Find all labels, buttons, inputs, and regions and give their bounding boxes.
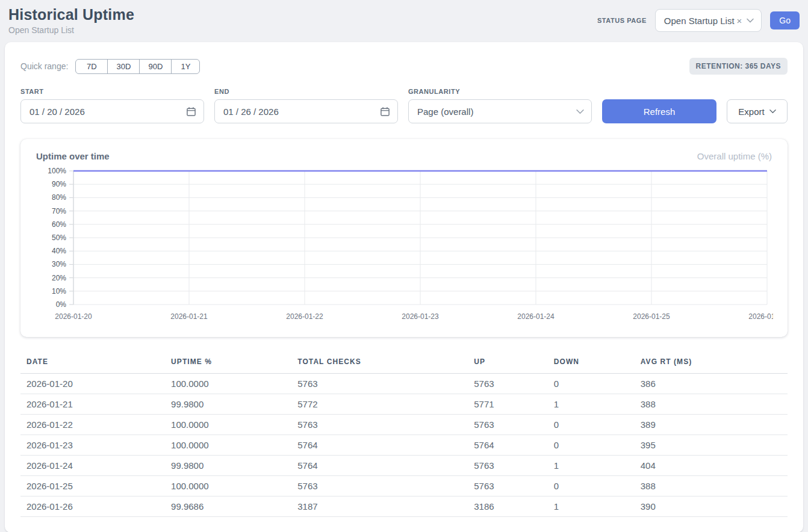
- start-date-input[interactable]: 01 / 20 / 2026: [20, 99, 204, 123]
- table-cell: 5764: [293, 456, 469, 476]
- table-cell: 2026-01-23: [20, 435, 166, 456]
- end-date-input[interactable]: 01 / 26 / 2026: [214, 99, 398, 123]
- granularity-select[interactable]: Page (overall): [408, 99, 592, 123]
- table-cell: 3187: [293, 496, 469, 517]
- table-header-date: DATE: [20, 354, 166, 374]
- table-cell: 2026-01-25: [20, 476, 166, 496]
- go-button[interactable]: Go: [770, 11, 800, 29]
- calendar-icon[interactable]: [380, 107, 390, 117]
- start-date-value: 01 / 20 / 2026: [30, 107, 85, 117]
- table-cell: 5763: [469, 456, 549, 476]
- table-cell: 5772: [293, 394, 469, 415]
- table-cell: 100.0000: [166, 476, 293, 496]
- table-cell: 2026-01-22: [20, 415, 166, 435]
- status-page-select[interactable]: Open Startup List ×: [655, 9, 762, 32]
- start-date-field: START 01 / 20 / 2026: [20, 88, 204, 123]
- table-cell: 5764: [293, 435, 469, 456]
- quick-range-30d[interactable]: 30D: [107, 59, 140, 74]
- chart-legend: Overall uptime (%): [697, 151, 772, 161]
- table-cell: 5763: [469, 476, 549, 496]
- table-row: 2026-01-2699.9686318731861390: [20, 496, 788, 517]
- table-cell: 100.0000: [166, 374, 293, 394]
- svg-text:2026-01-25: 2026-01-25: [633, 312, 670, 321]
- chart-svg: 100%90%80%70%60%50%40%30%20%10%0%2026-01…: [35, 167, 773, 326]
- calendar-icon[interactable]: [186, 107, 196, 117]
- svg-text:0%: 0%: [56, 300, 67, 309]
- table-cell: 0: [549, 476, 636, 496]
- filter-controls-row: START 01 / 20 / 2026 END 01 / 26 / 2026 …: [20, 88, 788, 123]
- table-row: 2026-01-23100.0000576457640395: [20, 435, 788, 456]
- table-cell: 1: [549, 456, 636, 476]
- main-panel: Quick range: 7D30D90D1Y RETENTION: 365 D…: [5, 42, 803, 532]
- export-button[interactable]: Export: [727, 99, 788, 123]
- table-cell: 395: [636, 435, 788, 456]
- quick-range-90d[interactable]: 90D: [139, 59, 172, 74]
- granularity-label: GRANULARITY: [408, 88, 592, 95]
- chart-title: Uptime over time: [36, 151, 110, 161]
- svg-text:30%: 30%: [52, 260, 66, 268]
- refresh-button[interactable]: Refresh: [602, 99, 716, 123]
- uptime-chart-card: Uptime over time Overall uptime (%) 100%…: [20, 139, 788, 337]
- table-cell: 404: [636, 456, 788, 476]
- svg-text:60%: 60%: [52, 220, 66, 229]
- table-cell: 99.9800: [166, 456, 293, 476]
- svg-text:40%: 40%: [52, 247, 66, 255]
- table-cell: 0: [549, 415, 636, 435]
- table-cell: 5764: [469, 435, 549, 456]
- chevron-down-icon: [769, 109, 776, 114]
- quick-range-wrap: Quick range: 7D30D90D1Y: [20, 59, 200, 74]
- svg-text:2026-01-26: 2026-01-26: [748, 312, 773, 321]
- granularity-selected-value: Page (overall): [417, 107, 473, 117]
- chevron-down-icon: [747, 18, 754, 23]
- page-title: Historical Uptime: [8, 6, 134, 23]
- table-header-uptime-: UPTIME %: [166, 354, 293, 374]
- table-cell: 2026-01-26: [20, 496, 166, 517]
- svg-text:2026-01-21: 2026-01-21: [170, 312, 208, 321]
- table-head: DATEUPTIME %TOTAL CHECKSUPDOWNAVG RT (MS…: [20, 354, 788, 374]
- svg-text:70%: 70%: [52, 207, 66, 215]
- table-cell: 5763: [293, 476, 469, 496]
- table-cell: 5763: [293, 374, 469, 394]
- table-cell: 1: [549, 496, 636, 517]
- page-subtitle: Open Startup List: [8, 25, 134, 35]
- quick-range-group: 7D30D90D1Y: [75, 59, 200, 74]
- table-header-up: UP: [469, 354, 549, 374]
- table-cell: 99.9800: [166, 394, 293, 415]
- top-controls-row: Quick range: 7D30D90D1Y RETENTION: 365 D…: [20, 58, 788, 75]
- svg-text:2026-01-24: 2026-01-24: [517, 312, 555, 321]
- start-date-label: START: [20, 88, 204, 95]
- table-cell: 5763: [293, 415, 469, 435]
- retention-badge: RETENTION: 365 DAYS: [689, 58, 788, 75]
- table-cell: 5771: [469, 394, 549, 415]
- uptime-line-chart: 100%90%80%70%60%50%40%30%20%10%0%2026-01…: [35, 167, 773, 329]
- table-row: 2026-01-2199.9800577257711388: [20, 394, 788, 415]
- table-header-down: DOWN: [549, 354, 636, 374]
- quick-range-1y[interactable]: 1Y: [171, 59, 200, 74]
- table-cell: 0: [549, 435, 636, 456]
- table-cell: 389: [636, 415, 788, 435]
- end-date-label: END: [214, 88, 398, 95]
- svg-text:2026-01-22: 2026-01-22: [286, 312, 323, 321]
- svg-text:2026-01-20: 2026-01-20: [55, 312, 92, 321]
- uptime-table: DATEUPTIME %TOTAL CHECKSUPDOWNAVG RT (MS…: [20, 354, 788, 517]
- status-page-label: STATUS PAGE: [597, 17, 647, 24]
- table-cell: 386: [636, 374, 788, 394]
- table-cell: 5763: [469, 415, 549, 435]
- quick-range-7d[interactable]: 7D: [75, 59, 108, 74]
- clear-selection-icon[interactable]: ×: [737, 16, 742, 26]
- table-cell: 388: [636, 476, 788, 496]
- chevron-down-icon: [576, 109, 584, 114]
- table-row: 2026-01-22100.0000576357630389: [20, 415, 788, 435]
- status-page-selected-value: Open Startup List: [664, 16, 735, 26]
- table-row: 2026-01-20100.0000576357630386: [20, 374, 788, 394]
- table-cell: 388: [636, 394, 788, 415]
- table-cell: 2026-01-20: [20, 374, 166, 394]
- table-cell: 390: [636, 496, 788, 517]
- table-cell: 100.0000: [166, 435, 293, 456]
- table-cell: 99.9686: [166, 496, 293, 517]
- table-cell: 1: [549, 394, 636, 415]
- granularity-field: GRANULARITY Page (overall): [408, 88, 592, 123]
- table-row: 2026-01-25100.0000576357630388: [20, 476, 788, 496]
- table-header-total-checks: TOTAL CHECKS: [293, 354, 469, 374]
- table-cell: 100.0000: [166, 415, 293, 435]
